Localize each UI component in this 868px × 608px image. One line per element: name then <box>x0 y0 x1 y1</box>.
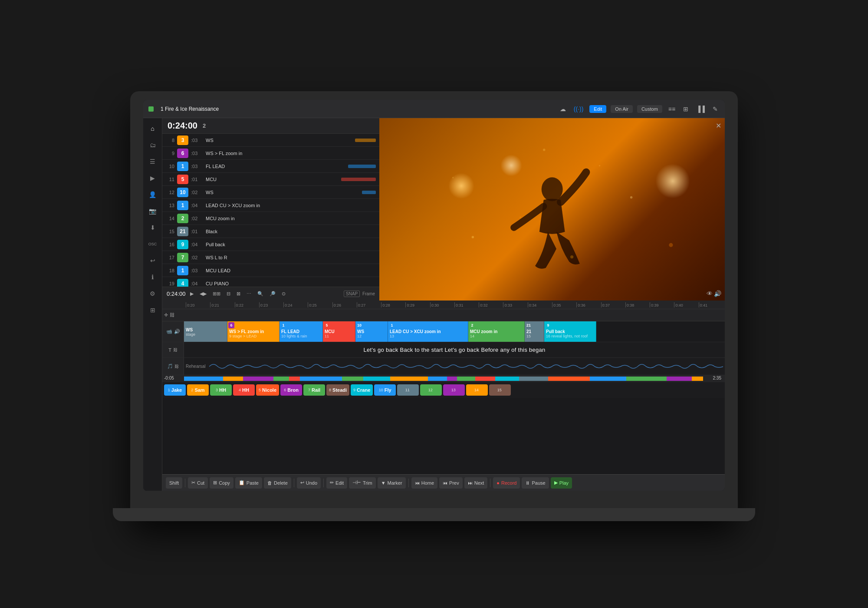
list-view-icon[interactable]: ≡≡ <box>667 105 677 113</box>
preview-eye-icon[interactable]: 👁 <box>707 290 713 297</box>
zoom-out-icon[interactable]: 🔎 <box>268 290 277 297</box>
ruler-mark: 0:26 <box>332 302 357 307</box>
ruler-mark: 0:32 <box>479 302 503 307</box>
sidebar-list-icon[interactable]: ☰ <box>146 155 160 169</box>
edit-icon[interactable]: ✎ <box>711 105 720 113</box>
jog-icon2[interactable]: ⊟ <box>225 290 232 297</box>
shot-row[interactable]: 12 10 :02 WS <box>162 186 379 199</box>
camera-button-5[interactable]: 5 Nicole <box>256 384 279 396</box>
clip-cam-badge: 10 <box>356 322 362 328</box>
sidebar-person-icon[interactable]: 👤 <box>146 188 160 202</box>
mini-timeline[interactable]: -0:05 2:35 <box>162 375 725 382</box>
zoom-in-icon[interactable]: 🔍 <box>256 290 265 297</box>
split-view-icon[interactable]: ▐▐ <box>694 105 707 113</box>
camera-button-10[interactable]: 10 Fly <box>374 384 396 396</box>
video-clip[interactable]: WSstage <box>184 321 227 342</box>
camera-button-3[interactable]: 3 HH <box>210 384 232 396</box>
sep4 <box>408 479 409 487</box>
preview-close-button[interactable]: ✕ <box>716 122 721 130</box>
cam-num: 11 <box>405 388 410 392</box>
preview-volume-icon[interactable]: 🔊 <box>714 290 721 297</box>
grid-view-icon[interactable]: ⊞ <box>681 105 690 113</box>
shot-row[interactable]: 13 1 :04 LEAD CU > XCU zoom in <box>162 199 379 212</box>
pause-button[interactable]: ⏸ Pause <box>522 477 549 489</box>
video-clip[interactable]: 1FL LEAD10 lights & rain <box>279 321 323 342</box>
cam-name: Jake <box>171 387 182 393</box>
video-clip[interactable]: 1LEAD CU > XCU zoom in13 <box>388 321 468 342</box>
cam-name: Bron <box>287 387 299 393</box>
marker-button[interactable]: ▼ Marker <box>378 477 406 489</box>
sidebar-folder-icon[interactable]: 🗂 <box>146 138 160 152</box>
copy-button[interactable]: ⊞ Copy <box>210 477 233 489</box>
shot-row[interactable]: 8 3 :03 WS <box>162 134 379 147</box>
sidebar-settings-icon[interactable]: ⚙ <box>146 287 160 301</box>
link-tool-icon[interactable]: ⛓ <box>170 312 174 318</box>
sidebar-download-icon[interactable]: ⬇ <box>146 221 160 235</box>
play-button[interactable]: ▶ Play <box>551 477 572 489</box>
sidebar-share-icon[interactable]: ↩ <box>146 254 160 268</box>
camera-button-13[interactable]: 13 <box>443 384 465 396</box>
delete-button[interactable]: 🗑 Delete <box>264 477 291 489</box>
laptop-screen: 1 Fire & Ice Renaissance ☁ ((·)) Edit On… <box>143 100 725 491</box>
shot-row[interactable]: 14 2 :02 MCU zoom in <box>162 212 379 225</box>
shot-duration: :03 <box>191 138 203 143</box>
video-clip[interactable]: 9Pull back16 reveal lights, not roof <box>544 321 596 342</box>
camera-button-12[interactable]: 12 <box>420 384 442 396</box>
home-button[interactable]: ⏮ Home <box>411 477 437 489</box>
custom-button[interactable]: Custom <box>637 105 662 113</box>
paste-button[interactable]: 📋 Paste <box>235 477 262 489</box>
play-tc-icon[interactable]: ▶ <box>189 290 195 297</box>
sidebar-home-icon[interactable]: ⌂ <box>146 122 160 135</box>
video-clip[interactable]: 212115 <box>525 321 544 342</box>
camera-button-14[interactable]: 14 <box>466 384 488 396</box>
prev-button[interactable]: ⏮ Prev <box>439 477 463 489</box>
trim-button[interactable]: ⊣⊢ Trim <box>349 477 376 489</box>
camera-button-8[interactable]: 8 Steadi <box>326 384 349 396</box>
video-clip[interactable]: 10WS12 <box>355 321 388 342</box>
camera-row: 1 Jake 2 Sam 3 HH 4 HH 5 Nicole 6 Bron 7… <box>162 382 725 398</box>
record-button[interactable]: ● Record <box>493 477 520 489</box>
shuttle-icon[interactable]: ◀▶ <box>198 290 208 297</box>
shot-row[interactable]: 16 9 :04 Pull back <box>162 238 379 251</box>
next-button[interactable]: ⏭ Next <box>464 477 488 489</box>
edit-button-toolbar[interactable]: ✏ Edit <box>326 477 347 489</box>
sidebar-osc-icon[interactable]: OSC <box>146 237 160 251</box>
video-clip[interactable]: 6WS > FL zoom in9 stage > LEAD <box>227 321 279 342</box>
shot-row[interactable]: 17 7 :02 WS L to R <box>162 251 379 264</box>
sidebar-camera-icon[interactable]: 📷 <box>146 204 160 218</box>
camera-button-1[interactable]: 1 Jake <box>164 384 186 396</box>
camera-button-7[interactable]: 7 Rail <box>303 384 325 396</box>
cut-button[interactable]: ✂ Cut <box>188 477 208 489</box>
camera-button-15[interactable]: 15 <box>489 384 511 396</box>
signal-icon[interactable]: ((·)) <box>572 105 585 113</box>
camera-button-9[interactable]: 9 Crane <box>351 384 373 396</box>
camera-button-11[interactable]: 11 <box>397 384 419 396</box>
shot-row[interactable]: 15 21 :01 Black <box>162 225 379 238</box>
edit-button[interactable]: Edit <box>589 105 606 113</box>
camera-button-6[interactable]: 6 Bron <box>280 384 302 396</box>
shift-button[interactable]: Shift <box>166 477 182 489</box>
cam-name: Fly <box>385 387 391 393</box>
shot-row[interactable]: 19 4 :04 CU PIANO <box>162 277 379 287</box>
undo-icon: ↩ <box>300 480 304 486</box>
camera-button-4[interactable]: 4 HH <box>233 384 255 396</box>
on-air-button[interactable]: On Air <box>611 105 633 113</box>
shot-row[interactable]: 18 1 :03 MCU LEAD <box>162 264 379 277</box>
sidebar-play-icon[interactable]: ▶ <box>146 171 160 185</box>
undo-button[interactable]: ↩ Undo <box>297 477 321 489</box>
video-clip[interactable]: 5MCU11 <box>323 321 355 342</box>
camera-button-2[interactable]: 2 Sam <box>187 384 209 396</box>
move-tool-icon[interactable]: ✛ <box>164 312 168 318</box>
sidebar-template-icon[interactable]: ⊞ <box>146 303 160 317</box>
zoom-fit-icon[interactable]: ⊙ <box>280 290 287 297</box>
shot-row[interactable]: 10 1 :03 FL LEAD <box>162 160 379 173</box>
jog-icon1[interactable]: ⊞⊞ <box>211 290 222 297</box>
dots-icon[interactable]: ⋯ <box>245 290 253 297</box>
sidebar-info-icon[interactable]: ℹ <box>146 270 160 284</box>
shot-row[interactable]: 11 5 :01 MCU <box>162 173 379 186</box>
clip-cam-badge: 9 <box>545 322 551 328</box>
jog-icon3[interactable]: ⊠ <box>235 290 242 297</box>
shot-row[interactable]: 9 6 :03 WS > FL zoom in <box>162 147 379 160</box>
video-clip[interactable]: 2MCU zoom in14 <box>468 321 525 342</box>
cloud-icon[interactable]: ☁ <box>558 105 568 113</box>
